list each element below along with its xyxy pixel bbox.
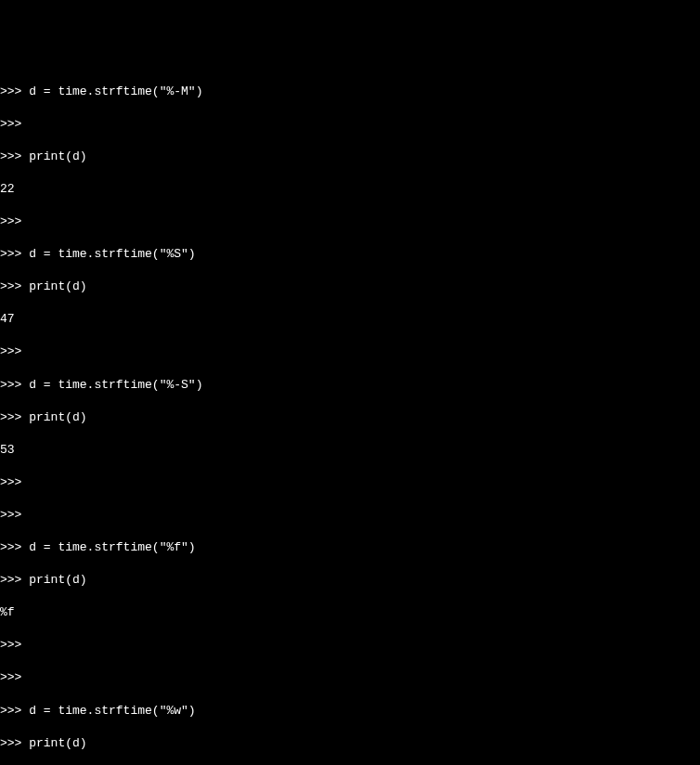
terminal-line: 22	[0, 181, 700, 198]
terminal-line: >>> d = time.strftime("%-M")	[0, 84, 700, 100]
terminal-line: >>> print(d)	[0, 572, 700, 589]
terminal-line: %f	[0, 604, 700, 621]
terminal-line: >>>	[0, 474, 700, 491]
terminal-line: >>> print(d)	[0, 409, 700, 426]
terminal-line: >>> d = time.strftime("%f")	[0, 539, 700, 556]
terminal-line: 47	[0, 311, 700, 328]
terminal-line: >>> d = time.strftime("%S")	[0, 246, 700, 263]
terminal-line: >>> d = time.strftime("%w")	[0, 703, 700, 720]
terminal-line: >>>	[0, 214, 700, 230]
terminal-output[interactable]: >>> d = time.strftime("%-M") >>> >>> pri…	[0, 67, 700, 765]
terminal-line: >>>	[0, 344, 700, 360]
terminal-line: >>>	[0, 637, 700, 654]
terminal-line: >>>	[0, 669, 700, 686]
terminal-line: 53	[0, 442, 700, 459]
terminal-line: >>> print(d)	[0, 279, 700, 295]
terminal-line: >>> print(d)	[0, 735, 700, 752]
terminal-line: >>> d = time.strftime("%-S")	[0, 377, 700, 394]
terminal-line: >>>	[0, 507, 700, 524]
terminal-line: >>>	[0, 116, 700, 133]
terminal-line: >>> print(d)	[0, 149, 700, 165]
